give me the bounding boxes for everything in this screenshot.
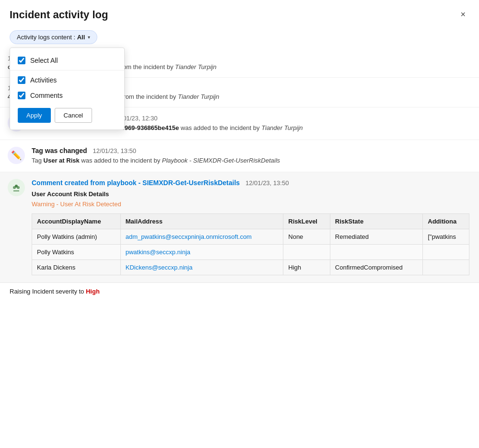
risk-table-header: AccountDisplayName MailAddress RiskLevel… [32,214,469,229]
comment-link[interactable]: Comment created from playbook - SIEMXDR-… [32,179,240,187]
col-mail: MailAddress [120,214,283,229]
cell-mail-1: adm_pwatkins@seccxpninja.onmicrosoft.com [120,229,283,245]
cancel-button[interactable]: Cancel [55,108,92,123]
filter-dropdown-panel: Select All Activities Comments Apply Can… [10,47,125,130]
severity-value: High [86,288,100,295]
chevron-down-icon: ▾ [88,35,90,40]
table-row: Polly Watkins pwatkins@seccxp.ninja [32,245,469,260]
incident-activity-log-modal: Incident activity log × Activity logs co… [0,0,479,448]
cell-risklevel-3: High [283,260,330,275]
close-button[interactable]: × [456,8,469,22]
log-entry-comment: Comment created from playbook - SIEMXDR-… [0,172,479,283]
modal-title: Incident activity log [10,9,108,21]
bottom-text-pre: Raising Incident severity to [10,288,86,295]
dropdown-item-comments[interactable]: Comments [10,88,124,103]
log-desc-tag: Tag User at Risk was added to the incide… [32,156,469,165]
cell-account-2: Polly Watkins [32,245,121,260]
filter-bar: Activity logs content : All ▾ Select All… [0,26,479,48]
comments-label: Comments [30,92,63,99]
dropdown-actions: Apply Cancel [10,103,124,125]
dropdown-item-select-all[interactable]: Select All [10,53,124,68]
col-riskstate: RiskState [330,214,422,229]
activities-label: Activities [30,76,57,84]
col-risklevel: RiskLevel [283,214,330,229]
cell-account-3: Karla Dickens [32,260,121,275]
cell-additional-2 [423,245,469,260]
warning-text: Warning - User At Risk Detected [32,200,469,208]
warning-bold: Warning - [32,200,58,208]
checkbox-select-all[interactable] [18,57,25,64]
bottom-bar: Raising Incident severity to High [0,283,479,300]
email-link-1[interactable]: adm_pwatkins@seccxpninja.onmicrosoft.com [126,233,252,240]
table-header-row: AccountDisplayName MailAddress RiskLevel… [32,214,469,229]
col-additional: Additiona [423,214,469,229]
log-body-tag: Tag was changed 12/01/23, 13:50 Tag User… [32,147,469,165]
tag-icon: ✏️ [8,147,25,164]
cell-account-1: Polly Watkins (admin) [32,229,121,245]
log-title-tag: Tag was changed 12/01/23, 13:50 [32,147,469,154]
log-entry-tag: ✏️ Tag was changed 12/01/23, 13:50 Tag U… [0,140,479,173]
dropdown-item-activities[interactable]: Activities [10,72,124,88]
checkbox-activities[interactable] [18,76,25,84]
cell-additional-1: ["pwatkins [423,229,469,245]
cell-mail-3: KDickens@seccxp.ninja [120,260,283,275]
email-link-2[interactable]: pwatkins@seccxp.ninja [126,248,190,256]
comment-subtitle: User Account Risk Details [32,190,469,198]
checkbox-comments[interactable] [18,92,25,99]
select-all-label: Select All [30,57,58,64]
log-title-comment: Comment created from playbook - SIEMXDR-… [32,179,469,187]
cell-risklevel-2 [283,245,330,260]
table-row: Polly Watkins (admin) adm_pwatkins@seccx… [32,229,469,245]
cell-riskstate-3: ConfirmedCompromised [330,260,422,275]
filter-separator: : [72,34,77,41]
email-link-3[interactable]: KDickens@seccxp.ninja [126,264,193,271]
warning-detail: User At Risk Detected [60,200,121,208]
filter-value: All [77,34,85,41]
svg-point-2 [15,185,18,188]
cell-risklevel-1: None [283,229,330,245]
log-body-comment: Comment created from playbook - SIEMXDR-… [32,179,469,275]
comment-icon [8,179,25,196]
table-row: Karla Dickens KDickens@seccxp.ninja High… [32,260,469,275]
apply-button[interactable]: Apply [18,108,51,123]
modal-header: Incident activity log × [0,0,479,26]
cell-mail-2: pwatkins@seccxp.ninja [120,245,283,260]
cell-riskstate-2 [330,245,422,260]
dropdown-divider [10,70,124,71]
col-account: AccountDisplayName [32,214,121,229]
filter-label: Activity logs content [17,34,72,41]
cell-additional-3 [423,260,469,275]
risk-table-body: Polly Watkins (admin) adm_pwatkins@seccx… [32,229,469,275]
cell-riskstate-1: Remediated [330,229,422,245]
filter-pill[interactable]: Activity logs content : All ▾ [10,30,97,44]
risk-table: AccountDisplayName MailAddress RiskLevel… [32,213,469,275]
